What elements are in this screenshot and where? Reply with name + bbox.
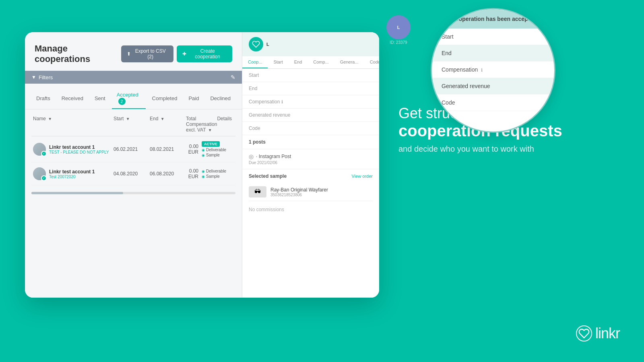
user-avatar-top: L ID: 23379 (386, 15, 411, 45)
coop-tab-end[interactable]: End (289, 56, 308, 68)
circle-menu-end[interactable]: End (432, 45, 554, 62)
coop-tab-coop[interactable]: Coop... (242, 56, 268, 68)
product-row: 🕶 Ray-Ban Original Wayfarer 350362185238… (249, 183, 373, 201)
product-name: Ray-Ban Original Wayfarer (270, 187, 328, 193)
col-end[interactable]: End ▼ (150, 116, 186, 133)
account-info: ✓ Linkr test account 1 Test 20072020 (33, 167, 114, 180)
account-info: ✓ Linkr test account 1 TEST - PLEASE DO … (33, 143, 114, 156)
deliverable-icon: ◉ (202, 169, 205, 173)
posts-count: 1 posts (249, 139, 266, 145)
filters-bar: ▼ Filters ✎ (25, 71, 242, 84)
circle-inner: ✓ Cooperation has been accepted Start En… (432, 9, 554, 132)
info-rows: Start End Compensation ℹ Generated reven… (242, 69, 379, 135)
avatar: ✓ (33, 167, 46, 180)
info-label-end: End (249, 86, 293, 91)
deliverable-tag: ◉ Deliverable (202, 169, 234, 173)
deliverable-tag: ◉ Deliverable (202, 148, 234, 152)
coop-tab-gen[interactable]: Genera... (334, 56, 364, 68)
export-csv-button[interactable]: ⬆ Export to CSV (2) (121, 45, 173, 62)
instagram-post: ◎ · Instagram Post Due 2021/02/06 (242, 149, 379, 169)
linkr-logo-text: linkr (595, 325, 620, 342)
tagline-line3: and decide who you want to work with (398, 144, 620, 154)
view-order-link[interactable]: View order (352, 174, 373, 179)
coop-tab-start[interactable]: Start (268, 56, 288, 68)
filters-label: ▼ Filters (31, 74, 53, 80)
table: Name ▼ Start ▼ End ▼ Total Compensation … (25, 109, 242, 189)
page-title: Manage cooperations (35, 43, 121, 64)
table-row[interactable]: ✓ Linkr test account 1 TEST - PLEASE DO … (31, 136, 235, 162)
account-name: Linkr test account 1 (49, 144, 109, 150)
tab-completed[interactable]: Completed (147, 92, 182, 105)
product-image: 🕶 (249, 186, 266, 197)
coop-tabs: Coop... Start End Comp... Genera... Code (242, 56, 379, 69)
avatar: ✓ (33, 143, 46, 156)
end-date: 08.02.2021 (150, 146, 186, 152)
filter-icon: ▼ (31, 74, 36, 80)
circle-menu-generated[interactable]: Generated revenue (432, 78, 554, 95)
account-details: Linkr test account 1 TEST - PLEASE DO NO… (49, 144, 109, 154)
circle-title: Cooperation has been accepted (451, 16, 537, 22)
info-label-code: Code (249, 125, 293, 131)
info-row-compensation: Compensation ℹ (242, 95, 379, 109)
product-info: Ray-Ban Original Wayfarer 35036218523806 (270, 187, 328, 197)
coop-tab-code[interactable]: Code (364, 56, 379, 68)
col-compensation: Total Compensation excl. VAT ▼ (186, 116, 217, 133)
start-date: 04.08.2020 (114, 171, 150, 177)
create-cooperation-button[interactable]: ✚ Create cooperation (177, 45, 232, 62)
no-commissions: No commissions (249, 201, 373, 218)
sample-tag: ◉ Sample (202, 153, 234, 157)
tab-paid[interactable]: Paid (184, 92, 204, 105)
scrollbar-thumb (31, 192, 123, 194)
circle-menu-start[interactable]: Start (432, 29, 554, 45)
panel-id: L (266, 42, 269, 47)
sample-title: Selected sample (249, 173, 287, 179)
linkr-logo: linkr (576, 325, 620, 342)
user-id: ID: 23379 (386, 40, 411, 45)
tab-sent[interactable]: Sent (90, 92, 110, 105)
coop-tab-comp[interactable]: Comp... (308, 56, 334, 68)
amount: 0.00 EUR (186, 144, 202, 155)
info-label-start: Start (249, 72, 293, 78)
tab-accepted[interactable]: Accepted 2 (112, 88, 146, 109)
col-name[interactable]: Name ▼ (33, 116, 114, 133)
tabs-row: Drafts Received Sent Accepted 2 Complete… (25, 88, 242, 109)
ig-due: Due 2021/02/06 (249, 160, 373, 165)
header-buttons: ⬆ Export to CSV (2) ✚ Create cooperation (121, 45, 232, 62)
circle-menu-code[interactable]: Code (432, 95, 554, 111)
linkr-logo-icon (576, 325, 592, 341)
active-tag: ACTIVE (202, 141, 220, 147)
product-sku: 35036218523806 (270, 193, 328, 197)
right-panel: L Coop... Start End Comp... Genera... Co… (242, 32, 379, 298)
sample-tag: ◉ Sample (202, 174, 234, 179)
info-row-code: Code (242, 122, 379, 135)
avatar (249, 37, 263, 51)
table-row[interactable]: ✓ Linkr test account 1 Test 20072020 04.… (31, 162, 235, 185)
info-label-comp: Compensation ℹ (249, 99, 293, 105)
tab-received[interactable]: Received (57, 92, 88, 105)
right-panel-top: L (242, 32, 379, 56)
circle-menu-compensation[interactable]: Compensation ℹ (432, 62, 554, 78)
tab-drafts[interactable]: Drafts (31, 92, 55, 105)
sample-section: Selected sample View order 🕶 Ray-Ban Ori… (242, 169, 379, 222)
posts-section: 1 posts (242, 135, 379, 149)
sample-header: Selected sample View order (249, 173, 373, 179)
deliverable-icon: ◉ (202, 148, 205, 152)
sample-icon: ◉ (202, 153, 205, 157)
amount: 0.00 EUR (186, 168, 202, 179)
end-date: 06.08.2020 (150, 171, 186, 177)
tab-declined[interactable]: Declined (205, 92, 235, 105)
col-start[interactable]: Start ▼ (114, 116, 150, 133)
sample-icon: ◉ (202, 175, 205, 179)
scrollbar[interactable] (31, 192, 235, 194)
details-cell: ACTIVE ◉ Deliverable ◉ Sample (202, 141, 234, 157)
start-date: 06.02.2021 (114, 146, 150, 152)
info-row-start: Start (242, 69, 379, 82)
ig-label: · Instagram Post (256, 154, 291, 159)
info-row-end: End (242, 82, 379, 95)
details-cell: ◉ Deliverable ◉ Sample (202, 169, 234, 179)
account-sub: TEST - PLEASE DO NOT APPLY (49, 150, 109, 154)
table-header: Name ▼ Start ▼ End ▼ Total Compensation … (31, 113, 235, 136)
filters-edit-icon[interactable]: ✎ (231, 74, 235, 80)
ig-row: ◎ · Instagram Post (249, 153, 373, 160)
info-label-gen: Generated revenue (249, 112, 293, 118)
